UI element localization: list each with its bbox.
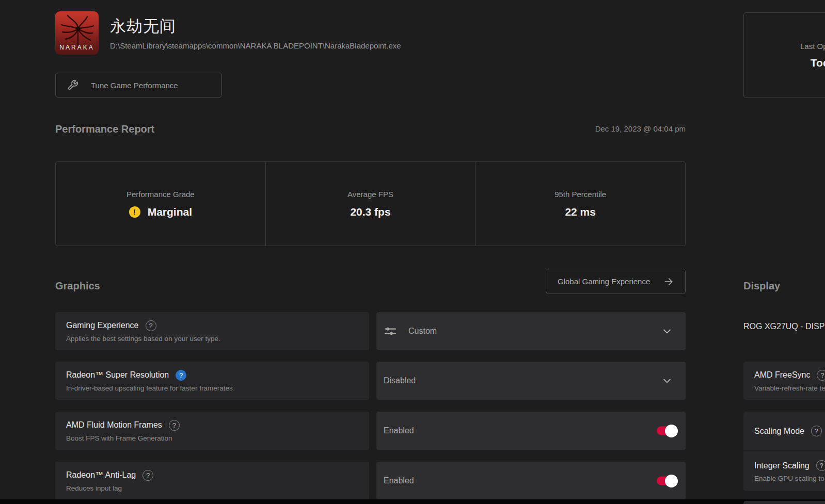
setting-row-gaming-experience: Gaming Experience ? Applies the best set… bbox=[55, 312, 686, 350]
last-optimized-card: Last Optimized Today bbox=[743, 12, 825, 98]
stat-value: 22 ms bbox=[565, 206, 596, 218]
setting-title: AMD FreeSync bbox=[754, 370, 810, 380]
help-icon[interactable]: ? bbox=[146, 320, 156, 331]
help-icon[interactable]: ? bbox=[817, 370, 825, 381]
anti-lag-control: Enabled bbox=[376, 462, 686, 500]
dropdown-value: Custom bbox=[408, 327, 437, 336]
fluid-motion-frames-toggle[interactable] bbox=[657, 427, 676, 435]
stat-label: Performance Grade bbox=[126, 190, 195, 199]
fluid-motion-frames-label-card: AMD Fluid Motion Frames ? Boost FPS with… bbox=[55, 412, 369, 450]
setting-row-super-resolution: Radeon™ Super Resolution ? In-driver-bas… bbox=[55, 362, 686, 400]
arrow-right-icon bbox=[663, 277, 674, 287]
anti-lag-toggle[interactable] bbox=[657, 477, 676, 485]
performance-stats-box: Performance Grade ! Marginal Average FPS… bbox=[55, 161, 686, 246]
graphics-section-title: Graphics bbox=[55, 280, 100, 292]
monitor-name: ROG XG27UQ - DISPLAYPORT bbox=[743, 322, 825, 331]
toggle-state-label: Enabled bbox=[384, 426, 414, 435]
anti-lag-label-card: Radeon™ Anti-Lag ? Reduces input lag bbox=[55, 462, 369, 500]
window-bottom-edge bbox=[0, 499, 825, 504]
wrench-icon bbox=[67, 79, 78, 91]
setting-subtitle: Boost FPS with Frame Generation bbox=[66, 434, 369, 442]
next-card-edge bbox=[743, 501, 825, 504]
stat-95th-percentile: 95th Percentile 22 ms bbox=[475, 162, 685, 246]
setting-subtitle: In-driver-based upscaling feature for fa… bbox=[66, 384, 369, 392]
toggle-state-label: Enabled bbox=[384, 476, 414, 485]
help-icon-blue[interactable]: ? bbox=[176, 370, 186, 381]
setting-title: AMD Fluid Motion Frames bbox=[66, 420, 162, 430]
stat-label: 95th Percentile bbox=[554, 190, 606, 199]
help-icon[interactable]: ? bbox=[169, 420, 180, 431]
stat-label: Average FPS bbox=[347, 190, 393, 199]
stat-average-fps: Average FPS 20.3 fps bbox=[265, 162, 475, 246]
setting-title: Radeon™ Super Resolution bbox=[66, 370, 169, 380]
tune-game-performance-button[interactable]: Tune Game Performance bbox=[55, 73, 222, 97]
super-resolution-label-card: Radeon™ Super Resolution ? In-driver-bas… bbox=[55, 362, 369, 400]
report-timestamp: Dec 19, 2023 @ 04:04 pm bbox=[55, 124, 686, 133]
setting-title: Gaming Experience bbox=[66, 321, 139, 330]
setting-title: Scaling Mode bbox=[754, 427, 804, 436]
stat-performance-grade: Performance Grade ! Marginal bbox=[56, 162, 265, 246]
toggle-knob bbox=[665, 475, 678, 487]
game-cover-art: NARAKA bbox=[55, 11, 99, 55]
super-resolution-dropdown[interactable]: Disabled bbox=[376, 362, 686, 400]
adrenalin-game-profile: NARAKA 永劫无间 D:\SteamLibrary\steamapps\co… bbox=[0, 0, 825, 504]
tune-button-label: Tune Game Performance bbox=[91, 81, 178, 90]
dropdown-value: Disabled bbox=[384, 376, 416, 385]
global-gaming-experience-button[interactable]: Global Gaming Experience bbox=[546, 269, 686, 294]
display-section-title: Display bbox=[743, 280, 780, 292]
help-icon[interactable]: ? bbox=[142, 470, 153, 481]
integer-scaling-section: Integer Scaling ? Enable GPU scaling to … bbox=[743, 451, 825, 491]
warning-icon: ! bbox=[129, 206, 140, 218]
gaming-experience-dropdown[interactable]: Custom bbox=[376, 312, 686, 350]
help-icon[interactable]: ? bbox=[811, 426, 822, 436]
setting-row-anti-lag: Radeon™ Anti-Lag ? Reduces input lag Ena… bbox=[55, 462, 686, 500]
setting-row-fluid-motion-frames: AMD Fluid Motion Frames ? Boost FPS with… bbox=[55, 412, 686, 450]
setting-subtitle: Variable-refresh-rate technology bbox=[754, 384, 825, 392]
scaling-card: Scaling Mode ? Integer Scaling ? Enable … bbox=[743, 412, 825, 491]
game-path: D:\SteamLibrary\steamapps\common\NARAKA … bbox=[110, 41, 401, 50]
game-icon-caption: NARAKA bbox=[55, 44, 99, 51]
global-button-label: Global Gaming Experience bbox=[558, 277, 650, 286]
freesync-card: AMD FreeSync ? Variable-refresh-rate tec… bbox=[743, 362, 825, 400]
chevron-down-icon bbox=[662, 326, 672, 336]
stat-value: Marginal bbox=[148, 206, 192, 218]
last-optimized-label: Last Optimized bbox=[800, 42, 825, 51]
help-icon[interactable]: ? bbox=[816, 460, 825, 471]
stat-value: 20.3 fps bbox=[350, 206, 390, 218]
setting-title: Integer Scaling bbox=[754, 461, 810, 470]
toggle-knob bbox=[665, 425, 678, 437]
sliders-icon bbox=[384, 324, 397, 338]
chevron-down-icon bbox=[662, 376, 672, 386]
fluid-motion-frames-control: Enabled bbox=[376, 412, 686, 450]
game-title: 永劫无间 bbox=[110, 15, 176, 37]
setting-subtitle: Applies the best settings based on your … bbox=[66, 335, 369, 343]
scaling-mode-section: Scaling Mode ? bbox=[743, 412, 825, 451]
gaming-experience-label-card: Gaming Experience ? Applies the best set… bbox=[55, 312, 369, 350]
setting-title: Radeon™ Anti-Lag bbox=[66, 470, 136, 480]
setting-subtitle: Enable GPU scaling to use Integer Scalin… bbox=[754, 475, 825, 482]
last-optimized-value: Today bbox=[811, 57, 825, 69]
setting-subtitle: Reduces input lag bbox=[66, 484, 369, 492]
